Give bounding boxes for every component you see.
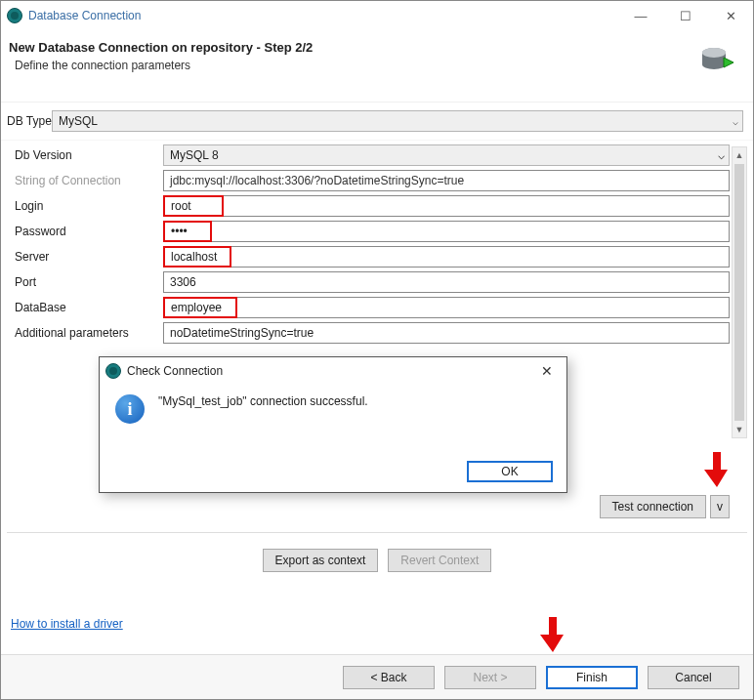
login-field-ext[interactable] <box>224 195 730 217</box>
dialog-body: i "MySql_test_job" connection successful… <box>100 385 566 433</box>
arrow-annotation-icon <box>704 450 730 489</box>
revert-context-button: Revert Context <box>388 549 491 572</box>
test-connection-button[interactable]: Test connection <box>600 495 706 518</box>
page-title: New Database Connection on repository - … <box>9 40 737 55</box>
export-row: Export as context Revert Context <box>1 541 753 590</box>
dbtype-label: DB Type <box>5 114 52 128</box>
titlebar: Database Connection — ☐ ✕ <box>1 1 753 30</box>
ok-button[interactable]: OK <box>467 461 553 482</box>
close-button[interactable]: ✕ <box>708 1 753 30</box>
dialog-message: "MySql_test_job" connection successful. <box>158 394 368 408</box>
dbtype-value: MySQL <box>59 114 98 128</box>
chevron-down-icon: ⌵ <box>718 148 725 162</box>
dbtype-select[interactable]: MySQL ⌵ <box>52 110 743 132</box>
page-subtitle: Define the connection parameters <box>9 59 737 72</box>
database-field-ext[interactable] <box>237 297 730 318</box>
maximize-button[interactable]: ☐ <box>663 1 708 30</box>
scroll-down-icon[interactable]: ▼ <box>733 422 746 437</box>
dbversion-label: Db Version <box>7 148 163 162</box>
addparams-label: Additional parameters <box>7 326 163 340</box>
dialog-titlebar: Check Connection ✕ <box>100 357 566 385</box>
login-field[interactable]: root <box>163 195 224 217</box>
chevron-down-icon: ⌵ <box>733 116 738 127</box>
addparams-field[interactable]: noDatetimeStringSync=true <box>163 322 730 344</box>
cancel-button[interactable]: Cancel <box>648 666 739 689</box>
password-label: Password <box>7 225 163 238</box>
app-icon <box>7 8 22 23</box>
arrow-annotation-icon <box>540 615 566 654</box>
wizard-header: New Database Connection on repository - … <box>1 30 753 103</box>
test-connection-menu-button[interactable]: v <box>710 495 730 518</box>
connstr-field: jdbc:mysql://localhost:3306/?noDatetimeS… <box>163 170 730 191</box>
dialog-title: Check Connection <box>127 364 223 378</box>
port-label: Port <box>7 275 163 289</box>
database-field[interactable]: employee <box>163 297 237 318</box>
app-icon <box>105 363 121 379</box>
wizard-footer: < Back Next > Finish Cancel <box>1 654 753 699</box>
server-field[interactable]: localhost <box>163 246 231 268</box>
login-label: Login <box>7 199 163 213</box>
window-title: Database Connection <box>28 9 618 22</box>
password-field-ext[interactable] <box>212 221 730 242</box>
server-label: Server <box>7 250 163 264</box>
window-controls: — ☐ ✕ <box>618 1 753 30</box>
info-icon: i <box>115 394 145 424</box>
dialog-footer: OK <box>467 461 553 482</box>
next-button: Next > <box>444 666 536 689</box>
back-button[interactable]: < Back <box>343 666 435 689</box>
dialog-close-button[interactable]: ✕ <box>527 363 566 379</box>
dbversion-select[interactable]: MySQL 8 ⌵ <box>163 144 730 166</box>
db-icon <box>700 46 735 75</box>
dbtype-row: DB Type MySQL ⌵ <box>1 103 753 140</box>
svg-point-1 <box>702 48 726 58</box>
check-connection-dialog: Check Connection ✕ i "MySql_test_job" co… <box>99 356 567 493</box>
finish-button[interactable]: Finish <box>546 666 638 689</box>
export-context-button[interactable]: Export as context <box>263 549 379 572</box>
password-field[interactable]: •••• <box>163 221 212 242</box>
divider <box>7 532 747 533</box>
minimize-button[interactable]: — <box>618 1 663 30</box>
install-driver-link[interactable]: How to install a driver <box>1 617 123 631</box>
dbversion-value: MySQL 8 <box>170 148 219 162</box>
scroll-thumb[interactable] <box>734 164 744 421</box>
database-label: DataBase <box>7 301 163 314</box>
port-field[interactable]: 3306 <box>163 271 730 293</box>
server-field-ext[interactable] <box>231 246 730 268</box>
connstr-label: String of Connection <box>7 174 163 187</box>
test-row-buttons: Test connection v <box>1 489 753 524</box>
scroll-up-icon[interactable]: ▲ <box>733 147 746 163</box>
vertical-scrollbar[interactable]: ▲ ▼ <box>732 146 747 438</box>
